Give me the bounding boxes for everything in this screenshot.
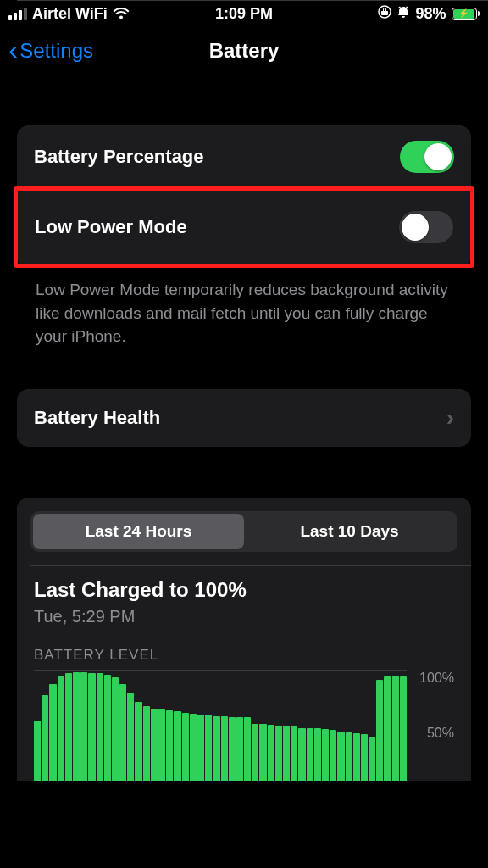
chart-bar <box>221 716 228 781</box>
cellular-signal-icon <box>8 8 27 20</box>
chart-bar <box>49 684 56 781</box>
usage-range-segmented-control: Last 24 Hours Last 10 Days <box>30 511 458 552</box>
battery-percentage-label: Battery Percentage <box>34 146 204 168</box>
chart-bar <box>112 677 119 780</box>
chart-bar <box>244 717 251 781</box>
wifi-icon <box>113 8 130 20</box>
chart-bar <box>174 711 180 780</box>
chart-bar <box>353 733 360 780</box>
battery-percent-label: 98% <box>415 5 446 23</box>
chart-bar <box>322 729 329 781</box>
chart-bar <box>119 684 126 781</box>
last-charged-title: Last Charged to 100% <box>34 578 454 602</box>
battery-percentage-row: Battery Percentage <box>17 125 471 188</box>
rotation-lock-icon <box>378 5 391 23</box>
battery-level-chart <box>34 670 407 781</box>
chart-bar <box>330 730 336 780</box>
chart-bar <box>88 673 95 780</box>
chart-bar <box>384 676 391 781</box>
battery-level-chart-label: BATTERY LEVEL <box>34 647 454 664</box>
low-power-mode-toggle[interactable] <box>399 211 453 243</box>
chart-bar <box>376 680 383 781</box>
chart-bar <box>307 728 313 781</box>
battery-icon: ⚡ <box>452 8 480 20</box>
tab-last-24-hours[interactable]: Last 24 Hours <box>33 514 244 549</box>
low-power-mode-description: Low Power Mode temporarily reduces backg… <box>17 266 471 348</box>
chart-bar <box>97 673 103 780</box>
battery-health-row[interactable]: Battery Health › <box>17 389 471 447</box>
chart-bar <box>73 672 80 781</box>
chart-bar <box>229 717 236 781</box>
chart-bar <box>143 706 150 781</box>
chart-bar <box>400 676 407 781</box>
chart-bar <box>135 702 141 781</box>
chart-bar <box>205 715 212 780</box>
low-power-mode-label: Low Power Mode <box>35 216 187 238</box>
chart-bar <box>369 737 375 781</box>
chart-bar <box>213 716 219 781</box>
battery-toggles-group: Battery Percentage Low Power Mode <box>17 125 471 268</box>
chevron-right-icon: › <box>446 404 454 431</box>
chart-bar <box>127 693 134 780</box>
chart-bar <box>283 726 290 781</box>
low-power-mode-highlight: Low Power Mode <box>14 186 474 268</box>
nav-header: ‹ Settings Battery <box>0 27 488 75</box>
chart-bar <box>298 728 305 781</box>
chart-bar <box>166 710 173 781</box>
last-charged-block: Last Charged to 100% Tue, 5:29 PM <box>17 566 471 626</box>
chart-bar <box>252 724 258 781</box>
chart-bar <box>197 715 204 780</box>
chart-bar <box>58 676 64 781</box>
y-tick-100: 100% <box>413 670 454 686</box>
chart-bar <box>268 725 274 781</box>
chart-bar <box>80 672 87 781</box>
carrier-label: Airtel WiFi <box>32 5 108 23</box>
status-bar: Airtel WiFi 1:09 PM 98% ⚡ <box>0 0 488 27</box>
low-power-mode-row: Low Power Mode <box>18 191 470 264</box>
chart-bar <box>104 675 111 781</box>
chart-bar <box>275 726 282 781</box>
chart-bar <box>236 717 243 781</box>
last-charged-subtitle: Tue, 5:29 PM <box>34 607 454 626</box>
battery-level-y-axis: 100% 50% <box>407 670 454 781</box>
battery-percentage-toggle[interactable] <box>400 141 454 173</box>
back-button[interactable]: ‹ Settings <box>8 38 93 64</box>
chart-bar <box>291 726 297 780</box>
battery-health-group: Battery Health › <box>17 389 471 447</box>
charging-bolt-icon: ⚡ <box>458 9 469 18</box>
chart-bar <box>190 714 197 781</box>
chart-bar <box>337 732 344 781</box>
chart-bar <box>314 728 321 781</box>
chart-bar <box>392 676 399 781</box>
chart-bar <box>42 695 48 781</box>
chart-bar <box>182 713 189 781</box>
chart-bar <box>346 732 352 781</box>
chart-bar <box>361 734 368 780</box>
chart-bar <box>158 709 165 781</box>
chart-bar <box>259 724 266 781</box>
chart-bar <box>151 709 158 781</box>
tab-last-10-days[interactable]: Last 10 Days <box>244 514 455 549</box>
chart-bar <box>34 721 41 781</box>
battery-usage-card: Last 24 Hours Last 10 Days Last Charged … <box>17 498 471 781</box>
chevron-left-icon: ‹ <box>8 35 18 64</box>
back-label: Settings <box>19 39 93 63</box>
battery-health-label: Battery Health <box>34 407 160 429</box>
y-tick-50: 50% <box>413 726 454 741</box>
alarm-icon <box>396 5 410 23</box>
chart-bar <box>65 673 72 780</box>
